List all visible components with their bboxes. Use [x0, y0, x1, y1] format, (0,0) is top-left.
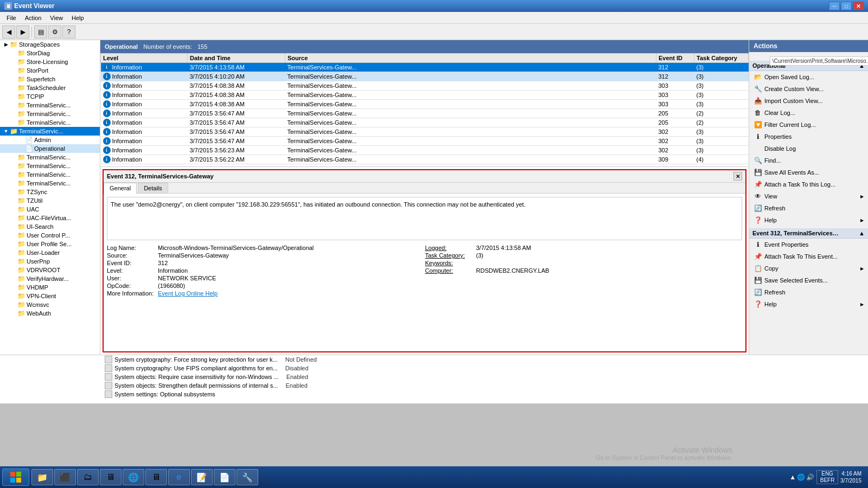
- sidebar-item-tzsync[interactable]: 📁 TZSync: [0, 188, 100, 196]
- sidebar-item-operational[interactable]: 📄 Operational: [0, 144, 100, 153]
- sidebar-item-admin[interactable]: 📄 Admin: [0, 136, 100, 144]
- properties-button[interactable]: ⚙: [48, 25, 61, 38]
- taskbar-item-explorer2[interactable]: 🗂: [77, 469, 99, 485]
- tab-details[interactable]: Details: [138, 183, 168, 193]
- sidebar-item-superfetch[interactable]: 📁 Superfetch: [0, 75, 100, 84]
- menu-action[interactable]: Action: [21, 14, 46, 22]
- table-row[interactable]: iInformation 3/7/2015 4:13:58 AM Termina…: [101, 63, 749, 72]
- action-disable-log[interactable]: Disable Log: [749, 143, 868, 155]
- sidebar-item-terminalservic3[interactable]: 📁 TerminalServic...: [0, 118, 100, 127]
- sidebar-item-user-control-p[interactable]: 📁 User Control P...: [0, 231, 100, 240]
- sidebar-item-uac[interactable]: 📁 UAC: [0, 205, 100, 214]
- action-attach-task-log[interactable]: 📌 Attach a Task To this Log...: [749, 178, 868, 190]
- col-datetime[interactable]: Date and Time: [188, 54, 285, 63]
- sidebar-item-terminalservic1[interactable]: 📁 TerminalServic...: [0, 101, 100, 110]
- action-copy[interactable]: 📋 Copy ▶: [749, 262, 868, 274]
- show-hide-action-pane-button[interactable]: ▤: [34, 25, 47, 38]
- taskbar-item-network[interactable]: 🌐: [123, 469, 144, 485]
- sidebar-item-terminalservic-selected[interactable]: ▼ 📁 TerminalServic...: [0, 127, 100, 136]
- sidebar-item-storagespaces[interactable]: ▶ 📁 StorageSpaces: [0, 40, 100, 49]
- tray-network-icon[interactable]: 🌐: [797, 473, 805, 481]
- tab-general[interactable]: General: [104, 183, 137, 194]
- col-eventid[interactable]: Event ID: [656, 54, 694, 63]
- actions-section-event[interactable]: Event 312, TerminalServices-Ga... ▲: [749, 228, 868, 239]
- clock[interactable]: 4:16 AM 3/7/2015: [840, 470, 861, 484]
- tray-up-arrow[interactable]: ▲: [789, 473, 796, 481]
- menu-view[interactable]: View: [46, 14, 67, 22]
- sidebar-item-stordiag[interactable]: 📁 StorDiag: [0, 49, 100, 57]
- taskbar-item-server-manager[interactable]: 🖥: [100, 469, 122, 485]
- start-button[interactable]: [2, 468, 29, 486]
- taskbar-item-tool[interactable]: 🔧: [237, 469, 258, 485]
- sidebar-item-vpn-client[interactable]: 📁 VPN-Client: [0, 292, 100, 300]
- table-row[interactable]: iInformation 3/7/2015 3:56:47 AM Termina…: [101, 118, 749, 127]
- action-import-custom-view[interactable]: 📥 Import Custom View...: [749, 95, 868, 107]
- back-button[interactable]: ◀: [2, 25, 15, 38]
- sidebar-item-terminalservic5[interactable]: 📁 TerminalServic...: [0, 162, 100, 170]
- taskbar-item-notepad[interactable]: 📝: [191, 469, 213, 485]
- menu-help[interactable]: Help: [67, 14, 88, 22]
- sidebar-item-storport[interactable]: 📁 StorPort: [0, 66, 100, 75]
- sidebar-item-taskscheduler[interactable]: 📁 TaskScheduler: [0, 84, 100, 92]
- minimize-button[interactable]: ─: [829, 2, 840, 10]
- action-refresh-event[interactable]: 🔄 Refresh: [749, 286, 868, 298]
- col-level[interactable]: Level: [101, 54, 188, 63]
- sidebar-item-ui-search[interactable]: 📁 UI-Search: [0, 222, 100, 231]
- more-info-link[interactable]: Event Log Online Help: [158, 290, 218, 297]
- table-row[interactable]: iInformation 3/7/2015 4:10:20 AM Termina…: [101, 72, 749, 81]
- action-save-selected-events[interactable]: 💾 Save Selected Events...: [749, 274, 868, 286]
- action-attach-task-event[interactable]: 📌 Attach Task To This Event...: [749, 251, 868, 262]
- sidebar-item-wcmsvc[interactable]: 📁 Wcmsvc: [0, 300, 100, 309]
- action-help-operational[interactable]: ❓ Help ▶: [749, 214, 868, 226]
- close-button[interactable]: ✕: [853, 2, 864, 10]
- taskbar-item-ie[interactable]: e: [168, 469, 190, 485]
- sidebar-item-storelicensing[interactable]: 📁 Store-Licensing: [0, 57, 100, 66]
- table-row[interactable]: iInformation 3/7/2015 3:56:47 AM Termina…: [101, 127, 749, 137]
- action-help-event[interactable]: ❓ Help ▶: [749, 298, 868, 310]
- menu-file[interactable]: File: [2, 14, 21, 22]
- forward-button[interactable]: ▶: [16, 25, 29, 38]
- sidebar-item-verifyhardwar[interactable]: 📁 VerifyHardwar...: [0, 274, 100, 283]
- action-save-all-events[interactable]: 💾 Save All Events As...: [749, 166, 868, 178]
- help-button[interactable]: ?: [62, 25, 75, 38]
- action-refresh-operational[interactable]: 🔄 Refresh: [749, 202, 868, 214]
- table-row[interactable]: iInformation 3/7/2015 3:56:23 AM Termina…: [101, 146, 749, 155]
- table-row[interactable]: iInformation 3/7/2015 4:08:38 AM Termina…: [101, 81, 749, 91]
- action-view[interactable]: 👁 View ▶: [749, 190, 868, 202]
- table-row[interactable]: iInformation 3/7/2015 3:56:47 AM Termina…: [101, 137, 749, 146]
- table-row[interactable]: iInformation 3/7/2015 3:56:22 AM Termina…: [101, 155, 749, 164]
- taskbar-item-fileexplorer[interactable]: 📁: [31, 469, 53, 485]
- sidebar-item-terminalservic2[interactable]: 📁 TerminalServic...: [0, 110, 100, 118]
- sidebar-item-vhdmp[interactable]: 📁 VHDMP: [0, 283, 100, 292]
- action-filter-current-log[interactable]: 🔽 Filter Current Log...: [749, 119, 868, 131]
- sidebar-item-terminalservic6[interactable]: 📁 TerminalServic...: [0, 170, 100, 179]
- event-detail-close-button[interactable]: ✕: [733, 172, 742, 181]
- taskbar-item-remote-desktop[interactable]: 🖥: [145, 469, 167, 485]
- events-table-container[interactable]: Level Date and Time Source Event ID Task…: [100, 53, 749, 167]
- taskbar-item-notepad2[interactable]: 📄: [214, 469, 235, 485]
- sidebar-item-user-loader[interactable]: 📁 User-Loader: [0, 248, 100, 257]
- action-find[interactable]: 🔍 Find...: [749, 155, 868, 166]
- tray-volume-icon[interactable]: 🔊: [806, 473, 814, 481]
- sidebar-item-vdrvroot[interactable]: 📁 VDRVROOT: [0, 266, 100, 274]
- col-category[interactable]: Task Category: [694, 54, 749, 63]
- action-create-custom-view[interactable]: 🔧 Create Custom View...: [749, 83, 868, 95]
- table-row[interactable]: iInformation 3/7/2015 4:08:38 AM Termina…: [101, 100, 749, 109]
- action-event-properties[interactable]: ℹ Event Properties: [749, 239, 868, 251]
- maximize-button[interactable]: □: [841, 2, 852, 10]
- sidebar-item-uac-filevirtua[interactable]: 📁 UAC-FileVirtua...: [0, 214, 100, 222]
- sidebar-item-webauth[interactable]: 📁 WebAuth: [0, 309, 100, 318]
- sidebar-item-user-profile-se[interactable]: 📁 User Profile Se...: [0, 240, 100, 248]
- sidebar-item-terminalservic4[interactable]: 📁 TerminalServic...: [0, 153, 100, 162]
- col-source[interactable]: Source: [285, 54, 656, 63]
- sidebar-item-terminalservic7[interactable]: 📁 TerminalServic...: [0, 179, 100, 188]
- taskbar-item-powershell[interactable]: ⬛: [54, 469, 76, 485]
- sidebar-item-tzutil[interactable]: 📁 TZUtil: [0, 196, 100, 205]
- table-row[interactable]: iInformation 3/7/2015 3:56:47 AM Termina…: [101, 109, 749, 118]
- sidebar-item-tcpip[interactable]: 📁 TCPIP: [0, 92, 100, 101]
- action-properties[interactable]: ℹ Properties: [749, 131, 868, 143]
- action-open-saved-log[interactable]: 📂 Open Saved Log...: [749, 71, 868, 83]
- sidebar-item-userpnp[interactable]: 📁 UserPnp: [0, 257, 100, 266]
- action-clear-log[interactable]: 🗑 Clear Log...: [749, 107, 868, 119]
- table-row[interactable]: iInformation 3/7/2015 4:08:38 AM Termina…: [101, 91, 749, 100]
